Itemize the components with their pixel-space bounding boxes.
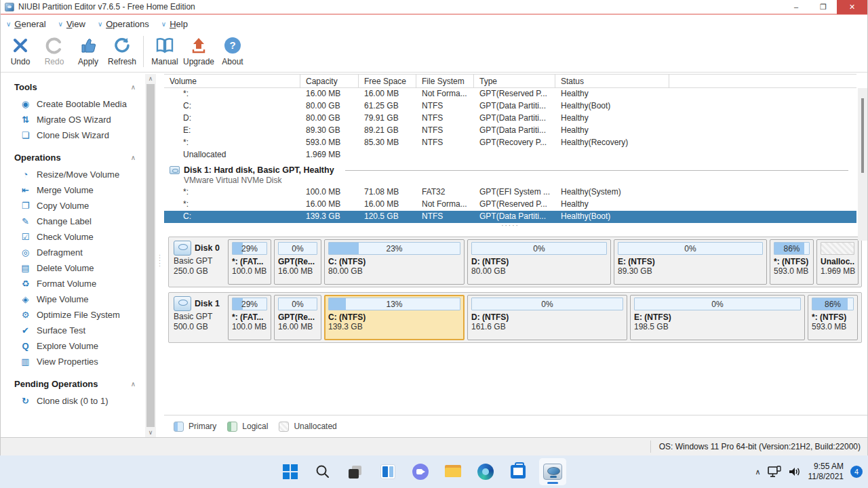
section-tools[interactable]: Tools ∧ [1, 78, 145, 96]
collapse-icon[interactable]: ∧ [131, 154, 136, 161]
partition-block[interactable]: 86% *: (NTFS)593.0 MB [808, 295, 858, 340]
sidebar-item-view-properties[interactable]: ▥ View Properties [1, 354, 145, 369]
sidebar-item-migrate-os-wizard[interactable]: ⇅ Migrate OS Wizard [1, 112, 145, 127]
table-row[interactable]: *:593.0 MB 85.30 MBNTFS GPT(Recovery P..… [164, 137, 856, 149]
svg-text:?: ? [229, 39, 235, 51]
chevron-down-icon: ∨ [161, 20, 166, 28]
sidebar-item-change-label[interactable]: ✎ Change Label [1, 214, 145, 229]
task-view-button[interactable] [344, 460, 367, 483]
section-operations[interactable]: Operations ∧ [1, 148, 145, 167]
clock[interactable]: 9:55 AM 11/8/2021 [808, 462, 844, 482]
horizontal-splitter[interactable]: ····· [164, 223, 856, 231]
table-row[interactable]: E:89.30 GB 89.21 GBNTFS GPT(Data Partiti… [164, 125, 856, 137]
disk1-strip: Disk 1 Basic GPT 500.0 GB 29% *: (FAT...… [168, 292, 862, 343]
partition-block[interactable]: 29% *: (FAT...100.0 MB [228, 239, 271, 285]
manual-button[interactable]: Manual [148, 33, 182, 70]
partition-block[interactable]: 0% E: (NTFS)89.30 GB [614, 239, 767, 285]
sidebar-item-surface-test[interactable]: ✔ Surface Test [1, 323, 145, 338]
table-row[interactable]: *:16.00 MB 16.00 MBNot Forma... GPT(Rese… [164, 88, 856, 100]
start-button[interactable] [279, 460, 302, 483]
scroll-down-icon[interactable]: ∨ [149, 428, 153, 437]
sidebar-item-delete-volume[interactable]: ▤ Delete Volume [1, 260, 145, 276]
undo-button[interactable]: Undo [3, 33, 37, 70]
scrollbar-thumb[interactable] [861, 98, 864, 173]
scroll-up-icon[interactable]: ∧ [149, 74, 153, 83]
toolbar-separator [143, 36, 144, 67]
partition-block[interactable]: 0% GPT(Re...16.00 MB [274, 239, 321, 285]
table-scrollbar[interactable] [858, 88, 867, 241]
apply-button[interactable]: Apply [71, 33, 105, 70]
section-pending-operations[interactable]: Pending Operations ∧ [1, 375, 145, 393]
partition-block-selected[interactable]: 13% C: (NTFS)139.3 GB [324, 295, 465, 340]
restore-button[interactable]: ❐ [810, 0, 837, 14]
disk1-group-subtitle: VMware Virtual NVMe Disk [170, 176, 856, 185]
unallocated-swatch-icon [279, 422, 289, 432]
about-button[interactable]: ? About [216, 33, 250, 70]
sidebar-scrollbar[interactable]: ∧ ∨ [145, 74, 156, 437]
speaker-icon[interactable] [788, 466, 802, 478]
scrollbar-thumb[interactable] [146, 84, 155, 427]
partition-block[interactable]: 23% C: (NTFS)80.00 GB [324, 239, 465, 285]
col-free-space[interactable]: Free Space [359, 75, 416, 87]
col-type[interactable]: Type [474, 75, 555, 87]
niubi-taskbar-button[interactable] [539, 458, 566, 485]
search-icon [315, 464, 330, 479]
col-file-system[interactable]: File System [416, 75, 474, 87]
table-row[interactable]: C:80.00 GB 61.25 GBNTFS GPT(Data Partiti… [164, 100, 856, 113]
collapse-icon[interactable]: ∧ [131, 83, 136, 91]
table-row-unallocated[interactable]: Unallocated1.969 MB [164, 149, 856, 161]
disk1-label[interactable]: Disk 1 Basic GPT 500.0 GB [171, 295, 225, 340]
collapse-icon[interactable]: ∧ [131, 380, 136, 388]
menu-help-label: Help [170, 19, 188, 29]
folder-icon [445, 465, 461, 479]
menu-operations[interactable]: ∨ Operations [98, 19, 149, 29]
sidebar-item-check-volume[interactable]: ☑ Check Volume [1, 229, 145, 245]
refresh-button[interactable]: Refresh [105, 33, 139, 70]
partition-block[interactable]: 0% E: (NTFS)198.5 GB [630, 295, 805, 340]
sidebar-item-optimize-file-system[interactable]: ⚙ Optimize File System [1, 307, 145, 323]
disk0-label[interactable]: Disk 0 Basic GPT 250.0 GB [171, 239, 225, 285]
teams-chat-button[interactable] [409, 460, 432, 483]
col-status[interactable]: Status [555, 75, 669, 87]
network-icon[interactable] [768, 466, 781, 478]
file-explorer-button[interactable] [441, 460, 465, 483]
sidebar-item-wipe-volume[interactable]: ◈ Wipe Volume [1, 291, 145, 307]
notification-badge[interactable]: 4 [850, 466, 863, 478]
sidebar-item-format-volume[interactable]: ♻ Format Volume [1, 276, 145, 291]
sidebar-item-explore-volume[interactable]: Q Explore Volume [1, 338, 145, 354]
tray-overflow-icon[interactable]: ∧ [755, 468, 760, 476]
table-row[interactable]: *:100.0 MB 71.08 MBFAT32 GPT(EFI System … [164, 186, 856, 199]
col-volume[interactable]: Volume [164, 75, 300, 87]
sidebar-item-clone-disk-pending[interactable]: ↻ Clone disk (0 to 1) [1, 393, 145, 409]
sidebar-splitter[interactable]: ····· [156, 74, 164, 437]
col-capacity[interactable]: Capacity [300, 75, 359, 87]
partition-block[interactable]: 0% D: (NTFS)161.6 GB [467, 295, 627, 340]
taskbar: ∧ 9:55 AM 11/8/2021 4 [0, 455, 868, 488]
checkbox-icon: ☑ [20, 232, 31, 242]
legend-unallocated: Unallocated [279, 422, 336, 432]
table-row[interactable]: *:16.00 MB 16.00 MBNot Forma... GPT(Rese… [164, 199, 856, 211]
sidebar-item-defragment[interactable]: ◎ Defragment [1, 245, 145, 260]
menu-general[interactable]: ∨ General [6, 19, 46, 29]
sidebar-item-clone-disk-wizard[interactable]: ❏ Clone Disk Wizard [1, 127, 145, 143]
table-row[interactable]: D:80.00 GB 79.91 GBNTFS GPT(Data Partiti… [164, 113, 856, 125]
partition-block[interactable]: 86% *: (NTFS)593.0 MB [770, 239, 814, 285]
edge-button[interactable] [474, 460, 497, 483]
redo-button[interactable]: Redo [37, 33, 71, 70]
partition-block-unallocated[interactable]: Unalloc...1.969 MB [816, 239, 859, 285]
store-button[interactable] [507, 460, 530, 483]
sidebar-item-create-bootable-media[interactable]: ◉ Create Bootable Media [1, 96, 145, 112]
sidebar-item-resize-move-volume[interactable]: ◔ Resize/Move Volume [1, 167, 145, 182]
widgets-button[interactable] [376, 460, 399, 483]
menu-help[interactable]: ∨ Help [161, 19, 188, 29]
minimize-button[interactable]: – [783, 0, 810, 14]
sidebar-item-copy-volume[interactable]: ❐ Copy Volume [1, 198, 145, 214]
close-button[interactable]: ✕ [837, 0, 867, 14]
upgrade-button[interactable]: Upgrade [182, 33, 216, 70]
partition-block[interactable]: 0% D: (NTFS)80.00 GB [467, 239, 611, 285]
partition-block[interactable]: 29% *: (FAT...100.0 MB [228, 295, 271, 340]
search-button[interactable] [311, 460, 334, 483]
partition-block[interactable]: 0% GPT(Re...16.00 MB [274, 295, 321, 340]
menu-view[interactable]: ∨ View [58, 19, 85, 29]
sidebar-item-merge-volume[interactable]: ⇤ Merge Volume [1, 182, 145, 198]
